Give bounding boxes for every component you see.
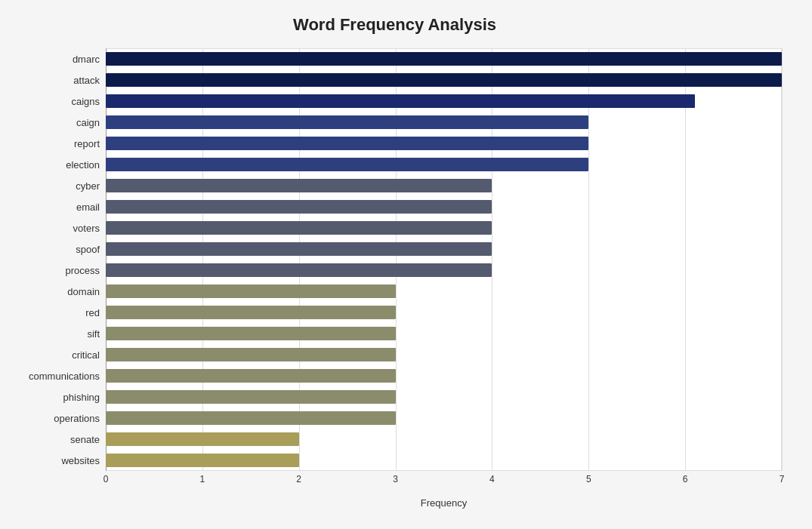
bar xyxy=(106,390,396,404)
bar xyxy=(106,432,299,446)
y-label: dmarc xyxy=(73,51,100,67)
bar xyxy=(106,454,299,467)
x-tick-label: 6 xyxy=(683,474,688,484)
bar xyxy=(106,94,695,108)
bar xyxy=(106,411,396,425)
bar-row xyxy=(106,51,782,67)
y-label: caigns xyxy=(71,93,100,109)
bar xyxy=(106,179,492,192)
plot-area: Frequency 01234567 xyxy=(106,48,782,494)
y-label: caign xyxy=(76,114,100,131)
bar-row xyxy=(106,93,782,109)
y-label: critical xyxy=(72,346,100,363)
x-tick-label: 7 xyxy=(780,474,785,484)
x-tick-label: 3 xyxy=(393,474,398,484)
y-label: sift xyxy=(87,325,100,342)
bar-row xyxy=(106,72,782,88)
y-label: attack xyxy=(73,72,100,88)
bar-row xyxy=(106,346,782,363)
y-label: phishing xyxy=(63,389,100,405)
bar xyxy=(106,137,588,150)
y-label: communications xyxy=(29,368,100,384)
bar xyxy=(106,115,588,129)
x-tick-label: 5 xyxy=(586,474,591,484)
grid-line xyxy=(782,48,783,471)
bar xyxy=(106,284,396,298)
y-label: spoof xyxy=(76,241,100,257)
y-label: websites xyxy=(61,452,100,469)
bar-row xyxy=(106,325,782,342)
bar-row xyxy=(106,177,782,194)
bar-row xyxy=(106,368,782,384)
chart-container: Word Frequency Analysis dmarcattackcaign… xyxy=(0,0,812,529)
bar xyxy=(106,348,396,361)
y-axis: dmarcattackcaignscaignreportelectioncybe… xyxy=(8,48,106,494)
chart-area: dmarcattackcaignscaignreportelectioncybe… xyxy=(8,48,782,494)
bar-row xyxy=(106,431,782,447)
bar-row xyxy=(106,389,782,405)
bar-row xyxy=(106,241,782,257)
y-label: cyber xyxy=(76,177,100,194)
y-label: senate xyxy=(70,431,100,447)
x-axis-label: Frequency xyxy=(421,497,467,509)
bar-row xyxy=(106,135,782,152)
bar xyxy=(106,52,782,66)
bar-row xyxy=(106,452,782,469)
bar xyxy=(106,263,492,277)
y-label: red xyxy=(85,304,100,321)
x-axis: Frequency 01234567 xyxy=(106,471,782,494)
bar-row xyxy=(106,156,782,173)
y-label: report xyxy=(74,135,100,152)
bar-row xyxy=(106,198,782,215)
y-label: voters xyxy=(73,220,100,236)
bar-row xyxy=(106,283,782,300)
chart-title: Word Frequency Analysis xyxy=(8,15,782,35)
grid-background xyxy=(106,48,782,471)
bar xyxy=(106,306,396,319)
bar xyxy=(106,73,782,87)
x-tick-label: 1 xyxy=(200,474,205,484)
bar-row xyxy=(106,410,782,426)
bar xyxy=(106,221,492,235)
bar xyxy=(106,200,492,214)
bar xyxy=(106,158,588,171)
x-tick-label: 2 xyxy=(296,474,301,484)
y-label: domain xyxy=(67,283,100,300)
x-tick-label: 4 xyxy=(489,474,495,484)
bar xyxy=(106,369,396,383)
x-tick-label: 0 xyxy=(103,474,109,484)
bar-row xyxy=(106,114,782,131)
bar xyxy=(106,327,396,340)
y-label: operations xyxy=(54,410,100,426)
bar xyxy=(106,242,492,256)
y-label: process xyxy=(65,262,100,278)
bar-row xyxy=(106,220,782,236)
bar-row xyxy=(106,262,782,278)
y-label: email xyxy=(76,198,100,215)
bar-row xyxy=(106,304,782,321)
y-label: election xyxy=(66,156,100,173)
